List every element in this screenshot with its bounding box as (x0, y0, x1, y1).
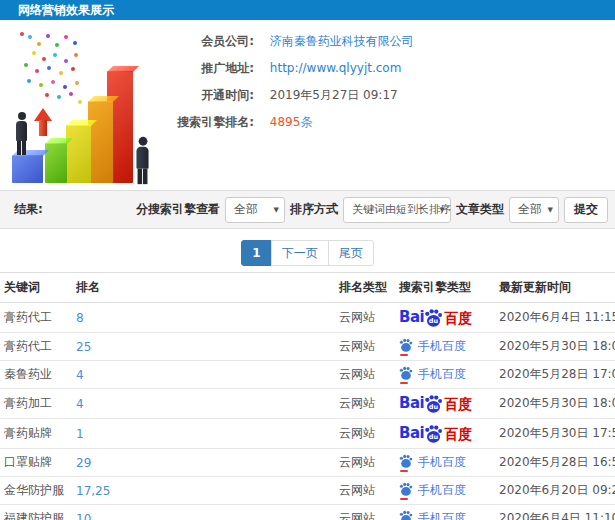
table-row: 口罩贴牌29云网站手机百度2020年5月28日 16:55 (0, 449, 615, 477)
rank-link[interactable]: 4 (76, 397, 84, 411)
page-title: 网络营销效果展示 (18, 3, 114, 17)
cell-rank: 29 (72, 449, 335, 477)
mobile-baidu-logo: 手机百度 (399, 338, 466, 354)
results-table: 关键词 排名 排名类型 搜索引擎类型 最新更新时间 膏药代工8云网站Baidu百… (0, 272, 615, 520)
header-keyword: 关键词 (0, 273, 72, 303)
cell-rank-type: 云网站 (335, 477, 395, 505)
summary-section: 会员公司: 济南秦鲁药业科技有限公司 推广地址: http://www.qlyy… (0, 20, 615, 185)
cell-rank: 10 (72, 505, 335, 520)
article-type-label: 文章类型 (456, 201, 504, 218)
baidu-logo: Baidu百度 (399, 394, 472, 413)
table-row: 福建防护服10云网站手机百度2020年6月4日 11:10 (0, 505, 615, 520)
cell-updated: 2020年5月28日 17:02 (495, 361, 615, 389)
engine-rank-row: 搜索引擎排名: 4895条 (170, 113, 615, 140)
chevron-down-icon: ▼ (274, 206, 279, 214)
table-row: 膏药加工4云网站Baidu百度2020年5月30日 18:03 (0, 389, 615, 419)
cell-rank-type: 云网站 (335, 389, 395, 419)
cell-rank-type: 云网站 (335, 361, 395, 389)
chart-bar-yellow (66, 125, 91, 183)
businessman-figure-left (16, 112, 27, 155)
cell-keyword: 膏药加工 (0, 389, 72, 419)
engine-filter-value: 全部 (234, 201, 258, 218)
cell-keyword: 膏药代工 (0, 303, 72, 333)
rank-link[interactable]: 29 (76, 456, 91, 470)
cell-keyword: 秦鲁药业 (0, 361, 72, 389)
cell-updated: 2020年5月28日 16:55 (495, 449, 615, 477)
mobile-baidu-logo: 手机百度 (399, 482, 466, 498)
open-time-label: 开通时间: (170, 86, 254, 104)
cell-rank: 1 (72, 419, 335, 449)
svg-text:du: du (429, 317, 439, 325)
promo-url-label: 推广地址: (170, 59, 254, 77)
cell-updated: 2020年6月4日 11:10 (495, 505, 615, 520)
cell-keyword: 口罩贴牌 (0, 449, 72, 477)
cell-engine: 手机百度 (395, 505, 495, 520)
rank-link[interactable]: 17,25 (76, 484, 110, 498)
cell-rank: 8 (72, 303, 335, 333)
table-row: 金华防护服17,25云网站手机百度2020年6月20日 09:25 (0, 477, 615, 505)
baidu-paw-icon (399, 366, 413, 380)
rank-count: 4895 (270, 115, 301, 129)
rank-link[interactable]: 8 (76, 311, 84, 325)
chevron-down-icon: ▼ (440, 206, 445, 214)
rank-link[interactable]: 10 (76, 512, 91, 520)
baidu-paw-icon: du (424, 424, 443, 443)
cell-keyword: 福建防护服 (0, 505, 72, 520)
open-time-value: 2019年5月27日 09:17 (270, 88, 398, 102)
bar-chart-graphic (0, 28, 170, 185)
svg-text:du: du (429, 433, 439, 441)
chevron-down-icon: ▼ (548, 206, 553, 214)
sort-value: 关键词由短到长排序 (352, 202, 451, 217)
red-up-arrow-icon (34, 108, 52, 136)
table-row: 秦鲁药业4云网站手机百度2020年5月28日 17:02 (0, 361, 615, 389)
article-type-select[interactable]: 全部 ▼ (509, 197, 559, 223)
pagination: 1 下一页 尾页 (0, 240, 615, 266)
pagination-next[interactable]: 下一页 (271, 240, 329, 266)
engine-rank-value: 4895条 (270, 115, 313, 129)
cell-rank-type: 云网站 (335, 303, 395, 333)
cell-rank-type: 云网站 (335, 419, 395, 449)
promo-url-link[interactable]: http://www.qlyyjt.com (270, 61, 402, 75)
businessman-figure-right (136, 137, 148, 184)
article-type-value: 全部 (518, 201, 542, 218)
cell-rank-type: 云网站 (335, 449, 395, 477)
cell-rank: 25 (72, 333, 335, 361)
engine-filter-select[interactable]: 全部 ▼ (225, 197, 285, 223)
cell-rank: 4 (72, 389, 335, 419)
chart-bar-green (45, 143, 67, 183)
cell-keyword: 金华防护服 (0, 477, 72, 505)
company-label: 会员公司: (170, 32, 254, 50)
cell-engine: 手机百度 (395, 361, 495, 389)
cell-rank-type: 云网站 (335, 505, 395, 520)
sort-select[interactable]: 关键词由短到长排序 ▼ (343, 197, 451, 223)
chart-bar-orange (88, 101, 113, 183)
baidu-paw-icon: du (424, 308, 443, 327)
pagination-last[interactable]: 尾页 (328, 240, 374, 266)
pagination-page-1[interactable]: 1 (241, 240, 271, 266)
rank-link[interactable]: 1 (76, 427, 84, 441)
header-rank: 排名 (72, 273, 335, 303)
header-engine-type: 搜索引擎类型 (395, 273, 495, 303)
result-label: 结果: (14, 201, 43, 218)
cell-updated: 2020年5月30日 18:03 (495, 389, 615, 419)
rank-unit: 条 (300, 115, 312, 129)
company-name-link[interactable]: 济南秦鲁药业科技有限公司 (270, 34, 414, 48)
filter-controls: 分搜索引擎查看 全部 ▼ 排序方式 关键词由短到长排序 ▼ 文章类型 全部 ▼ … (136, 197, 608, 223)
cell-engine: Baidu百度 (395, 389, 495, 419)
chart-bar-blue (12, 155, 43, 183)
submit-button[interactable]: 提交 (564, 197, 608, 223)
cell-updated: 2020年6月4日 11:15 (495, 303, 615, 333)
cell-updated: 2020年5月30日 17:58 (495, 419, 615, 449)
header-rank-type: 排名类型 (335, 273, 395, 303)
table-header-row: 关键词 排名 排名类型 搜索引擎类型 最新更新时间 (0, 273, 615, 303)
open-time-row: 开通时间: 2019年5月27日 09:17 (170, 86, 615, 113)
cell-engine: Baidu百度 (395, 303, 495, 333)
baidu-paw-icon (399, 482, 413, 496)
member-info-panel: 会员公司: 济南秦鲁药业科技有限公司 推广地址: http://www.qlyy… (170, 28, 615, 185)
table-row: 膏药代工8云网站Baidu百度2020年6月4日 11:15 (0, 303, 615, 333)
svg-text:du: du (429, 403, 439, 411)
baidu-logo: Baidu百度 (399, 308, 472, 327)
rank-link[interactable]: 25 (76, 340, 91, 354)
rank-link[interactable]: 4 (76, 368, 84, 382)
baidu-logo: Baidu百度 (399, 424, 472, 443)
